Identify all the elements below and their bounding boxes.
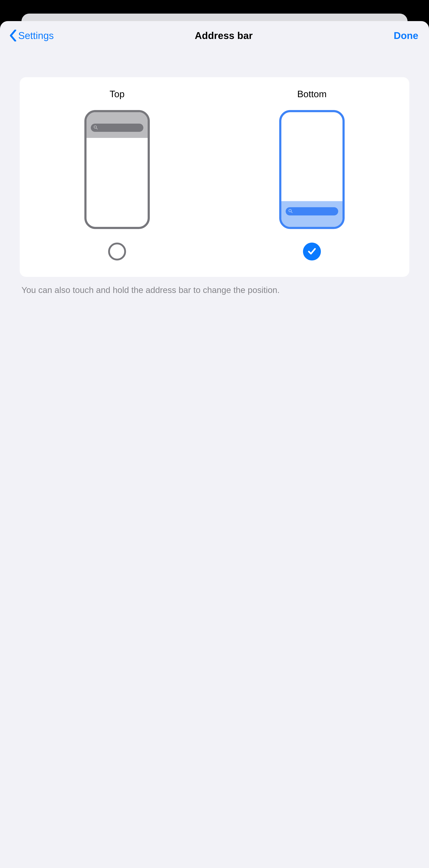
preview-bottom-icon xyxy=(279,110,345,229)
options-row: Top xyxy=(20,89,409,260)
done-button[interactable]: Done xyxy=(394,30,418,41)
option-bottom[interactable]: Bottom xyxy=(214,89,409,260)
checkmark-icon xyxy=(307,247,317,256)
radio-top[interactable] xyxy=(108,243,126,260)
option-bottom-label: Bottom xyxy=(297,89,327,99)
page-title: Address bar xyxy=(195,30,253,41)
back-label: Settings xyxy=(18,30,54,41)
footnote: You can also touch and hold the address … xyxy=(20,277,409,296)
option-top[interactable]: Top xyxy=(20,89,214,260)
preview-top-toolbar xyxy=(87,112,148,138)
svg-line-3 xyxy=(291,212,292,213)
content: Top xyxy=(0,49,429,296)
preview-bottom-url-pill xyxy=(286,207,338,215)
sheet-stack: Settings Address bar Done Top xyxy=(0,0,429,868)
radio-bottom[interactable] xyxy=(303,243,321,260)
preview-bottom-toolbar xyxy=(281,201,342,227)
navbar: Settings Address bar Done xyxy=(0,21,429,49)
back-button[interactable]: Settings xyxy=(10,30,54,41)
preview-top-icon xyxy=(84,110,150,229)
options-card: Top xyxy=(20,77,409,277)
option-top-label: Top xyxy=(110,89,124,99)
settings-sheet: Settings Address bar Done Top xyxy=(0,21,429,868)
chevron-left-icon xyxy=(10,30,17,41)
preview-top-url-pill xyxy=(91,124,143,132)
search-icon xyxy=(288,209,293,214)
svg-line-1 xyxy=(96,128,97,129)
search-icon xyxy=(93,125,98,130)
